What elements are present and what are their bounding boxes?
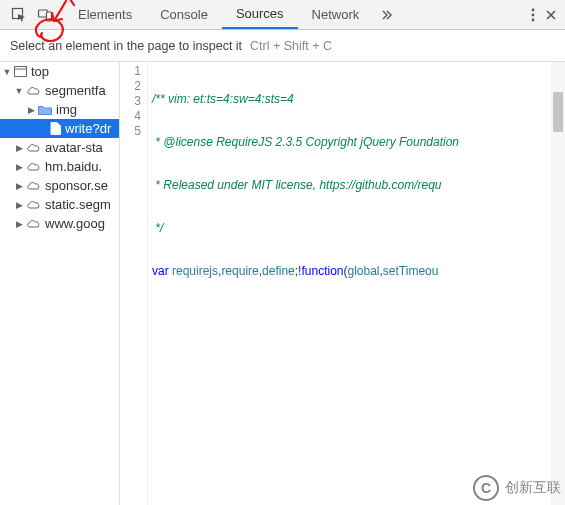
main-area: ▼ top ▼ segmentfa ▶ img write?dr <box>0 62 565 505</box>
code-text: */ <box>152 221 163 235</box>
chevron-right-icon: ▶ <box>14 200 24 210</box>
tab-elements[interactable]: Elements <box>64 0 146 29</box>
window-icon <box>14 66 27 77</box>
line-number: 2 <box>120 79 141 94</box>
code-text: function <box>301 264 343 278</box>
tree-label: static.segm <box>45 197 111 212</box>
inspect-element-button[interactable] <box>6 0 32 30</box>
tree-label: sponsor.se <box>45 178 108 193</box>
tree-label: www.goog <box>45 216 105 231</box>
code-text: global <box>347 264 379 278</box>
cloud-icon <box>26 143 41 153</box>
tree-google[interactable]: ▶ www.goog <box>0 214 119 233</box>
tree-write-file[interactable]: write?dr <box>0 119 119 138</box>
tree-label: avatar-sta <box>45 140 103 155</box>
cloud-icon <box>26 162 41 172</box>
code-text: define <box>262 264 295 278</box>
svg-rect-6 <box>15 67 27 77</box>
chevron-double-right-icon <box>381 9 393 21</box>
svg-point-3 <box>532 8 535 11</box>
watermark-logo: C <box>473 475 499 501</box>
close-icon <box>545 9 557 21</box>
tab-bar: Elements Console Sources Network <box>64 0 531 29</box>
tree-label: top <box>31 64 49 79</box>
tab-sources[interactable]: Sources <box>222 0 298 29</box>
cloud-icon <box>26 219 41 229</box>
tooltip-text: Select an element in the page to inspect… <box>10 39 242 53</box>
chevron-right-icon: ▶ <box>26 105 36 115</box>
line-number: 3 <box>120 94 141 109</box>
svg-point-4 <box>532 13 535 16</box>
inspect-icon <box>11 7 27 23</box>
line-number: 4 <box>120 109 141 124</box>
code-text: * @license RequireJS 2.3.5 Copyright jQu… <box>152 135 459 149</box>
code-text: * Released under MIT license, https://gi… <box>152 178 441 192</box>
tree-label: hm.baidu. <box>45 159 102 174</box>
toggle-device-toolbar-button[interactable] <box>32 0 58 30</box>
code-editor[interactable]: /** vim: et:ts=4:sw=4:sts=4 * @license R… <box>148 62 565 505</box>
tree-label: write?dr <box>65 121 111 136</box>
cloud-icon <box>26 86 41 96</box>
line-number: 5 <box>120 124 141 139</box>
chevron-right-icon: ▶ <box>14 162 24 172</box>
tree-static[interactable]: ▶ static.segm <box>0 195 119 214</box>
cloud-icon <box>26 200 41 210</box>
devtools-toolbar: Elements Console Sources Network <box>0 0 565 30</box>
tree-img-folder[interactable]: ▶ img <box>0 100 119 119</box>
toolbar-right <box>531 0 565 29</box>
code-text: requirejs <box>169 264 218 278</box>
vertical-scrollbar[interactable] <box>551 62 565 505</box>
code-gutter: 1 2 3 4 5 <box>120 62 148 505</box>
toolbar-left <box>0 0 58 29</box>
tooltip-shortcut: Ctrl + Shift + C <box>250 39 332 53</box>
kebab-menu-button[interactable] <box>531 8 535 22</box>
tab-console[interactable]: Console <box>146 0 222 29</box>
chevron-right-icon: ▶ <box>14 181 24 191</box>
chevron-right-icon: ▶ <box>14 219 24 229</box>
code-text: setTimeou <box>383 264 439 278</box>
scrollbar-thumb[interactable] <box>553 92 563 132</box>
chevron-down-icon: ▼ <box>2 67 12 77</box>
device-icon <box>37 7 53 23</box>
kebab-icon <box>531 8 535 22</box>
tree-avatar[interactable]: ▶ avatar-sta <box>0 138 119 157</box>
inspect-tooltip: Select an element in the page to inspect… <box>0 30 565 62</box>
tree-sponsor[interactable]: ▶ sponsor.se <box>0 176 119 195</box>
tree-label: img <box>56 102 77 117</box>
chevron-right-icon: ▶ <box>14 143 24 153</box>
chevron-down-icon: ▼ <box>14 86 24 96</box>
svg-point-5 <box>532 18 535 21</box>
line-number: 1 <box>120 64 141 79</box>
watermark: C 创新互联 <box>473 475 561 501</box>
code-text: require <box>221 264 258 278</box>
svg-rect-2 <box>47 12 52 21</box>
code-text: var <box>152 264 169 278</box>
tree-segmentfault[interactable]: ▼ segmentfa <box>0 81 119 100</box>
tabs-overflow-button[interactable] <box>373 0 401 29</box>
tree-top[interactable]: ▼ top <box>0 62 119 81</box>
close-devtools-button[interactable] <box>545 9 557 21</box>
tree-hm-baidu[interactable]: ▶ hm.baidu. <box>0 157 119 176</box>
folder-icon <box>38 105 52 115</box>
sources-navigator: ▼ top ▼ segmentfa ▶ img write?dr <box>0 62 120 505</box>
cloud-icon <box>26 181 41 191</box>
tab-network[interactable]: Network <box>298 0 374 29</box>
tree-label: segmentfa <box>45 83 106 98</box>
code-text: /** vim: et:ts=4:sw=4:sts=4 <box>152 92 294 106</box>
watermark-text: 创新互联 <box>505 479 561 497</box>
file-icon <box>50 122 61 135</box>
